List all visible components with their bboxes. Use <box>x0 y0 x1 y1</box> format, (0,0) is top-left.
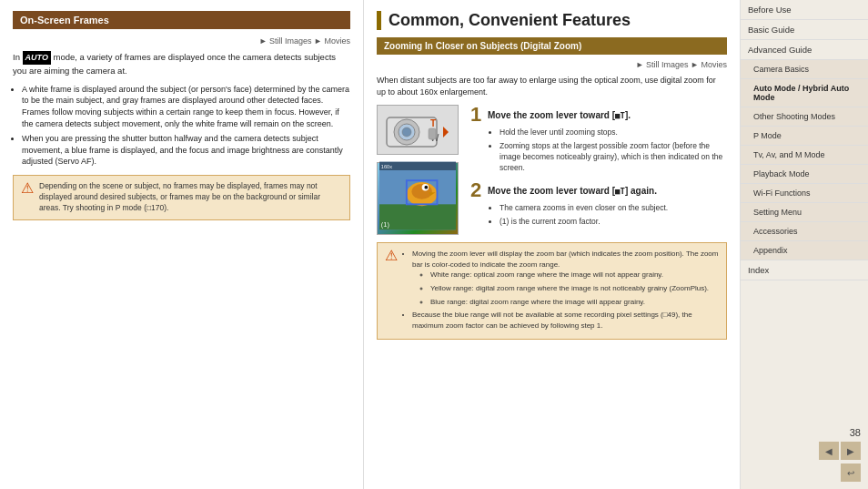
steps-area: T W <box>377 105 727 235</box>
step-2-number: 2 <box>470 180 481 200</box>
list-item: When you are pressing the shutter button… <box>22 133 350 168</box>
bird-image: (1) 160x <box>377 162 459 235</box>
list-item: The camera zooms in even closer on the s… <box>500 202 727 213</box>
sidebar-item-playback[interactable]: Playback Mode <box>741 165 868 184</box>
sidebar-item-accessories[interactable]: Accessories <box>741 222 868 241</box>
warning-icon-2: ⚠ <box>385 249 398 333</box>
prev-page-button[interactable]: ◀ <box>819 442 839 460</box>
sidebar-item-setting-menu[interactable]: Setting Menu <box>741 203 868 222</box>
sidebar-item-index[interactable]: Index <box>741 260 868 280</box>
svg-text:(1): (1) <box>381 220 390 229</box>
bottom-note-list: Moving the zoom lever will display the z… <box>403 249 719 331</box>
list-item: A white frame is displayed around the su… <box>22 84 350 129</box>
sidebar-item-tv-av-m[interactable]: Tv, Av, and M Mode <box>741 146 868 165</box>
sidebar-item-basic-guide[interactable]: Basic Guide <box>741 20 868 40</box>
sidebar-nav: Before Use Basic Guide Advanced Guide Ca… <box>741 0 868 420</box>
warning-icon: ⚠ <box>21 181 34 214</box>
step-2-block: 2 Move the zoom lever toward [■T] again.… <box>470 180 727 227</box>
sidebar-item-auto-mode[interactable]: Auto Mode / Hybrid Auto Mode <box>741 79 868 107</box>
middle-still-movies: ► Still Images ► Movies <box>377 60 727 69</box>
step-1-title: Move the zoom lever toward [■T]. <box>488 105 631 120</box>
camera-diagram-image: T W <box>377 105 459 155</box>
left-note-box: ⚠ Depending on the scene or subject, no … <box>13 175 350 220</box>
svg-point-3 <box>402 127 411 137</box>
sidebar-item-advanced-guide[interactable]: Advanced Guide <box>741 40 868 60</box>
bottom-note-box: ⚠ Moving the zoom lever will display the… <box>377 242 727 340</box>
sidebar-item-before-use[interactable]: Before Use <box>741 0 868 20</box>
list-item: Yellow range: digital zoom range where t… <box>430 283 719 294</box>
sidebar-item-wifi[interactable]: Wi-Fi Functions <box>741 184 868 203</box>
step-1-bullets: Hold the lever until zooming stops. Zoom… <box>470 127 727 173</box>
sidebar-item-other-shooting[interactable]: Other Shooting Modes <box>741 107 868 127</box>
list-item: (1) is the current zoom factor. <box>500 216 727 227</box>
left-panel: On-Screen Frames ► Still Images ► Movies… <box>0 0 364 489</box>
step-2-bullets: The camera zooms in even closer on the s… <box>470 202 727 227</box>
camera-svg: T W <box>378 107 458 154</box>
list-item: Blue range: digital zoom range where the… <box>430 297 719 308</box>
left-still-movies-text: ► Still Images ► Movies <box>259 36 350 46</box>
step-1-number: 1 <box>470 105 481 125</box>
bottom-note-content: Moving the zoom lever will display the z… <box>403 249 719 333</box>
home-button[interactable]: ↩ <box>841 464 861 482</box>
next-page-button[interactable]: ▶ <box>841 442 861 460</box>
svg-point-11 <box>411 184 431 199</box>
left-note-text: Depending on the scene or subject, no fr… <box>39 181 342 214</box>
steps-text: 1 Move the zoom lever toward [■T]. Hold … <box>470 105 727 235</box>
list-item: Hold the lever until zooming stops. <box>500 127 727 138</box>
left-section-title: On-Screen Frames <box>13 11 350 29</box>
svg-text:T: T <box>430 118 436 128</box>
svg-rect-6 <box>429 128 436 139</box>
svg-marker-7 <box>443 127 449 138</box>
list-item: White range: optical zoom range where th… <box>430 270 719 280</box>
sidebar-bottom: 38 ◀ ▶ ↩ <box>741 420 868 489</box>
left-intro: In AUTO mode, a variety of frames are di… <box>13 51 350 76</box>
left-bullet-list: A white frame is displayed around the su… <box>13 84 350 168</box>
sub-section-title: Zooming In Closer on Subjects (Digital Z… <box>377 37 727 55</box>
auto-badge: AUTO <box>23 51 51 65</box>
sidebar-item-camera-basics[interactable]: Camera Basics <box>741 60 868 79</box>
sidebar-item-appendix[interactable]: Appendix <box>741 241 868 260</box>
page-number: 38 <box>748 427 861 438</box>
right-sidebar: Before Use Basic Guide Advanced Guide Ca… <box>741 0 868 489</box>
svg-text:160x: 160x <box>381 164 392 169</box>
list-item: Zooming stops at the largest possible zo… <box>500 140 727 174</box>
svg-rect-9 <box>379 205 456 230</box>
list-item: Because the blue range will not be avail… <box>412 310 719 331</box>
sidebar-item-p-mode[interactable]: P Mode <box>741 127 868 146</box>
nav-arrows: ◀ ▶ <box>819 442 861 460</box>
main-title: Common, Convenient Features <box>377 11 727 30</box>
step-2-title: Move the zoom lever toward [■T] again. <box>488 180 657 196</box>
sub-bullet-list: White range: optical zoom range where th… <box>412 270 719 307</box>
middle-panel: Common, Convenient Features Zooming In C… <box>364 0 741 489</box>
list-item: Moving the zoom lever will display the z… <box>412 249 719 307</box>
left-still-movies: ► Still Images ► Movies <box>13 36 350 46</box>
middle-intro: When distant subjects are too far away t… <box>377 75 727 97</box>
bird-svg: (1) 160x <box>379 159 456 232</box>
step-1-block: 1 Move the zoom lever toward [■T]. Hold … <box>470 105 727 173</box>
svg-point-13 <box>424 186 428 189</box>
step-images: T W <box>377 105 463 235</box>
